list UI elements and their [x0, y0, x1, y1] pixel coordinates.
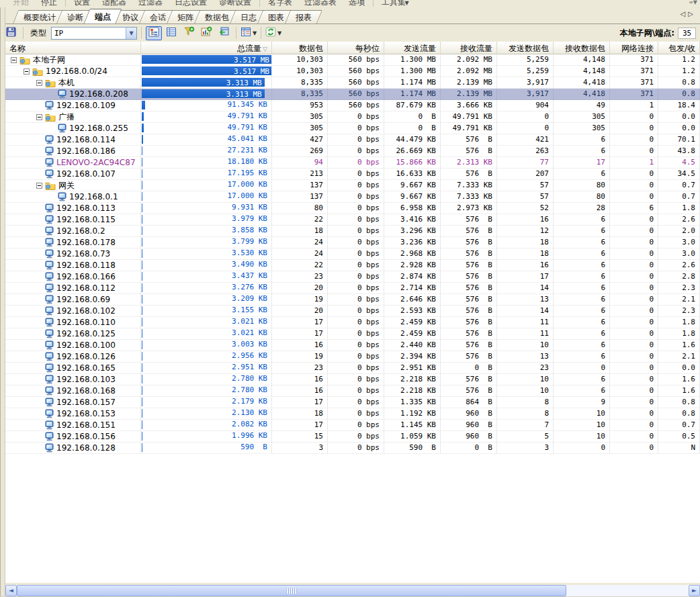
traffic-bar [142, 192, 142, 201]
endpoint-name: 192.168.0.165 [56, 363, 116, 373]
add-filter-button[interactable] [181, 26, 197, 40]
stat-cell: 2.3 [658, 283, 700, 294]
collapse-expander-icon[interactable] [11, 57, 17, 63]
table-row[interactable]: 192.168.0.1783.799 KB240 bps3.236 KB576 … [5, 237, 700, 248]
table-row[interactable]: 192.168.0.25549.791 KB3050 bps0 B49.791 … [5, 123, 700, 134]
table-row[interactable]: 192.168.0.2083.313 MB8,335560 bps1.174 M… [5, 89, 700, 100]
stat-cell: 6 [554, 351, 610, 363]
table-row[interactable]: 192.168.0.1532.130 KB180 bps1.192 KB960 … [5, 408, 700, 420]
table-row[interactable]: 192.168.0.1262.956 KB190 bps2.394 KB576 … [5, 351, 700, 363]
tree-view-button[interactable] [146, 26, 162, 40]
scrollbar-track[interactable] [566, 585, 689, 596]
traffic-value: 2.956 KB [232, 351, 267, 360]
menu-item[interactable]: 停止 [35, 0, 63, 7]
table-row[interactable]: 192.168.0.1139.931 KB800 bps6.958 KB2.97… [5, 203, 700, 214]
stat-cell: 0 [610, 385, 658, 397]
table-row[interactable]: 192.168.0.1561.996 KB150 bps1.059 KB960 … [5, 431, 700, 443]
stat-cell: 3.0 [658, 248, 700, 260]
stat-cell: 24 [272, 237, 328, 248]
column-header[interactable]: 总流量▽ [141, 42, 272, 54]
table-row[interactable]: 192.168.0.1123.276 KB200 bps2.714 KB576 … [5, 283, 700, 294]
type-combobox[interactable]: IP ▼ [51, 27, 137, 40]
endpoint-name: 192.168.0.125 [56, 328, 116, 339]
collapse-expander-icon[interactable] [24, 68, 30, 75]
menu-item[interactable]: 适配器 [96, 0, 132, 7]
toolbar-separator [23, 27, 24, 39]
columns-button[interactable]: ▼ [240, 26, 257, 40]
table-row[interactable]: 192.168.0.1103.021 KB170 bps2.459 KB576 … [5, 317, 700, 328]
table-row[interactable]: 192.168.0.11445.041 KB4270 bps44.479 KB5… [5, 134, 700, 146]
table-row[interactable]: 192.168.0.1652.951 KB230 bps2.951 KB0 B2… [5, 363, 700, 374]
tab-scroll-arrows[interactable]: ◁▷ [681, 10, 696, 17]
column-header[interactable]: 网络连接 [610, 42, 658, 54]
table-row[interactable]: 192.168.0.10717.195 KB2130 bps16.633 KB5… [5, 169, 700, 180]
stat-cell: 576 B [441, 134, 497, 146]
stat-cell: 3 [272, 443, 328, 454]
table-row[interactable]: 192.168.0.10991.345 KB953560 bps87.679 K… [5, 100, 700, 111]
tab-报表[interactable]: 报表 [288, 10, 320, 24]
total-traffic-cell: 2.951 KB [141, 363, 272, 374]
menu-overflow-icon[interactable]: ≡▼ [689, 0, 697, 5]
collapse-expander-icon[interactable] [36, 80, 42, 86]
locate-packet-button[interactable] [216, 26, 232, 40]
table-row[interactable]: 192.168.0.117.000 KB1370 bps9.667 KB7.33… [5, 191, 700, 203]
refresh-dropdown-icon[interactable]: ▼ [277, 30, 281, 36]
table-row[interactable]: 广播49.791 KB3050 bps0 B49.791 KB030500.0 [5, 111, 700, 123]
scrollbar-thumb[interactable] [17, 585, 566, 596]
menu-item[interactable]: 日志设置 [169, 0, 213, 7]
column-header[interactable]: 每秒位 [328, 42, 384, 54]
table-row[interactable]: 192.168.0.693.209 KB190 bps2.646 KB576 B… [5, 294, 700, 306]
table-row[interactable]: 192.168.0.733.530 KB240 bps2.968 KB576 B… [5, 248, 700, 260]
table-row[interactable]: 192.168.0.1663.437 KB230 bps2.874 KB576 … [5, 271, 700, 283]
stat-cell: 2.1 [658, 351, 700, 363]
menu-item[interactable]: 名字表 [262, 0, 298, 7]
column-header[interactable]: 发送数据包 [497, 42, 554, 54]
table-row[interactable]: 192.168.0.1253.021 KB170 bps2.459 KB576 … [5, 328, 700, 340]
table-row[interactable]: 192.168.0.1183.490 KB220 bps2.928 KB576 … [5, 260, 700, 271]
menu-item[interactable]: 设置 [68, 0, 96, 7]
table-row[interactable]: 192.168.0.128590 B30 bps590 B0 B300N [5, 443, 700, 454]
network-group-icon [45, 79, 56, 87]
collapse-expander-icon[interactable] [36, 114, 42, 120]
scroll-left-button[interactable]: ◄ [5, 585, 17, 596]
tab-端点[interactable]: 端点 [87, 9, 119, 24]
columns-dropdown-icon[interactable]: ▼ [253, 30, 257, 36]
table-row[interactable]: LENOVO-2AC94C8718.180 KB940 bps15.866 KB… [5, 157, 700, 169]
column-header[interactable]: 数据包 [272, 42, 328, 54]
traffic-bar: 3.313 MB [142, 89, 265, 98]
menu-item[interactable]: 诊断设置 [213, 0, 257, 7]
column-header[interactable]: 名称 [5, 42, 141, 54]
table-row[interactable]: 192.168.0.0/243.517 MB10,303560 bps1.300… [5, 66, 700, 77]
table-row[interactable]: 192.168.0.1153.979 KB220 bps3.416 KB576 … [5, 214, 700, 226]
table-row[interactable]: 192.168.0.18627.231 KB2690 bps26.669 KB5… [5, 146, 700, 157]
collapse-expander-icon[interactable] [36, 183, 42, 189]
total-traffic-cell: 3.517 MB [141, 66, 272, 77]
column-header[interactable]: 接收数据包 [554, 42, 610, 54]
refresh-button[interactable]: ▼ [265, 26, 281, 40]
table-row[interactable]: 本机3.313 MB8,335560 bps1.174 MB2.139 MB3,… [5, 77, 700, 89]
scroll-right-button[interactable]: ► [689, 585, 700, 596]
endpoint-name: 192.168.0.100 [56, 340, 116, 351]
table-row[interactable]: 192.168.0.23.858 KB180 bps3.296 KB576 B1… [5, 226, 700, 237]
column-header[interactable]: 接收流量 [441, 42, 497, 54]
column-header[interactable]: 发送流量 [384, 42, 441, 54]
menu-item[interactable]: 工具集 ▼ [376, 0, 415, 7]
table-row[interactable]: 本地子网3.517 MB10,303560 bps1.300 MB2.092 M… [5, 54, 700, 66]
table-row[interactable]: 192.168.0.1682.780 KB160 bps2.218 KB576 … [5, 385, 700, 397]
table-row[interactable]: 192.168.0.1572.179 KB170 bps1.335 KB864 … [5, 397, 700, 408]
table-row[interactable]: 192.168.0.1512.082 KB170 bps1.145 KB960 … [5, 420, 700, 431]
menu-item[interactable]: 过滤器表 [298, 0, 343, 7]
horizontal-scrollbar[interactable]: ◄ ► [5, 585, 700, 596]
table-row[interactable]: 192.168.0.1023.155 KB200 bps2.593 KB576 … [5, 306, 700, 317]
table-row[interactable]: 网关17.000 KB1370 bps9.667 KB7.333 KB57800… [5, 180, 700, 191]
make-graph-button[interactable] [198, 26, 214, 40]
combobox-dropdown-icon[interactable]: ▼ [126, 28, 136, 39]
detail-view-button[interactable] [163, 26, 179, 40]
stat-cell: 2.313 KB [441, 157, 497, 169]
table-row[interactable]: 192.168.0.1032.780 KB160 bps2.218 KB576 … [5, 374, 700, 385]
column-header[interactable]: 包发/收 [658, 42, 700, 54]
menu-item[interactable]: 开始 [7, 0, 35, 7]
menu-item[interactable]: 选项 [343, 0, 371, 7]
table-row[interactable]: 192.168.0.1003.003 KB160 bps2.440 KB576 … [5, 340, 700, 351]
menu-item[interactable]: 过滤器 [132, 0, 169, 7]
